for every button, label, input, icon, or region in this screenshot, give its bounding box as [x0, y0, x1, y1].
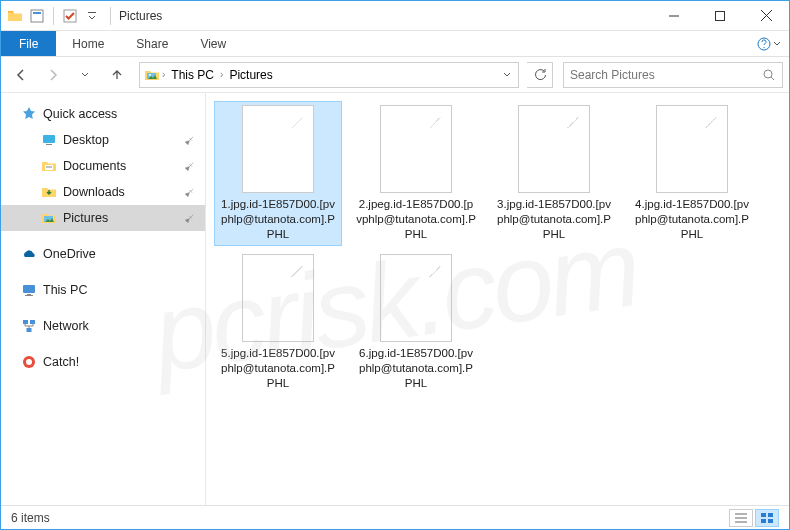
file-icon [380, 105, 452, 193]
file-item[interactable]: 5.jpg.id-1E857D00.[pvphlp@tutanota.com].… [214, 250, 342, 395]
up-button[interactable] [103, 61, 131, 89]
ribbon-help-icon[interactable] [749, 31, 789, 56]
file-icon [656, 105, 728, 193]
sidebar-this-pc[interactable]: This PC [1, 277, 205, 303]
svg-line-12 [771, 77, 774, 80]
sidebar-item-pictures[interactable]: Pictures [1, 205, 205, 231]
svg-rect-3 [88, 12, 96, 13]
tab-home[interactable]: Home [56, 31, 120, 56]
breadcrumb-root[interactable]: This PC [167, 68, 218, 82]
svg-rect-31 [761, 519, 766, 523]
refresh-button[interactable] [527, 62, 553, 88]
catch-icon [21, 354, 37, 370]
file-item[interactable]: 2.jpeg.id-1E857D00.[pvphlp@tutanota.com]… [352, 101, 480, 246]
pc-icon [21, 282, 37, 298]
svg-rect-1 [33, 12, 41, 14]
file-tab[interactable]: File [1, 31, 56, 56]
close-button[interactable] [743, 1, 789, 30]
pictures-icon [144, 67, 160, 83]
svg-rect-5 [716, 11, 725, 20]
sidebar-item-label: Network [43, 319, 89, 333]
titlebar: Pictures [1, 1, 789, 31]
svg-point-11 [764, 70, 772, 78]
sidebar-item-label: Downloads [63, 185, 125, 199]
file-name: 6.jpg.id-1E857D00.[pvphlp@tutanota.com].… [356, 346, 476, 391]
file-name: 4.jpg.id-1E857D00.[pvphlp@tutanota.com].… [632, 197, 752, 242]
sidebar-item-label: Quick access [43, 107, 117, 121]
folder-icon [5, 6, 25, 26]
file-item[interactable]: 3.jpg.id-1E857D00.[pvphlp@tutanota.com].… [490, 101, 618, 246]
maximize-button[interactable] [697, 1, 743, 30]
star-icon [21, 106, 37, 122]
file-item[interactable]: 6.jpg.id-1E857D00.[pvphlp@tutanota.com].… [352, 250, 480, 395]
search-icon[interactable] [762, 68, 776, 82]
sidebar-item-documents[interactable]: Documents [1, 153, 205, 179]
status-count: 6 items [11, 511, 50, 525]
tab-view[interactable]: View [184, 31, 242, 56]
search-placeholder: Search Pictures [570, 68, 655, 82]
sidebar-item-desktop[interactable]: Desktop [1, 127, 205, 153]
ribbon: File Home Share View [1, 31, 789, 57]
folder-icon [41, 158, 57, 174]
details-view-button[interactable] [729, 509, 753, 527]
file-name: 5.jpg.id-1E857D00.[pvphlp@tutanota.com].… [218, 346, 338, 391]
svg-rect-0 [31, 10, 43, 22]
sidebar-item-label: Documents [63, 159, 126, 173]
properties-icon[interactable] [27, 6, 47, 26]
checkbox-icon[interactable] [60, 6, 80, 26]
sidebar-network[interactable]: Network [1, 313, 205, 339]
pin-icon [183, 133, 197, 147]
sidebar-item-downloads[interactable]: Downloads [1, 179, 205, 205]
navigation-pane: Quick access DesktopDocumentsDownloadsPi… [1, 93, 206, 507]
search-input[interactable]: Search Pictures [563, 62, 783, 88]
sidebar-quick-access[interactable]: Quick access [1, 101, 205, 127]
file-item[interactable]: 1.jpg.id-1E857D00.[pvphlp@tutanota.com].… [214, 101, 342, 246]
sidebar-item-label: OneDrive [43, 247, 96, 261]
file-icon [242, 105, 314, 193]
svg-rect-20 [25, 295, 33, 296]
folder-icon [41, 210, 57, 226]
address-bar[interactable]: › This PC › Pictures [139, 62, 519, 88]
pin-icon [183, 211, 197, 225]
window-title: Pictures [115, 9, 162, 23]
address-dropdown-icon[interactable] [500, 70, 514, 80]
file-list[interactable]: 1.jpg.id-1E857D00.[pvphlp@tutanota.com].… [206, 93, 789, 507]
file-icon [242, 254, 314, 342]
sidebar-item-label: This PC [43, 283, 87, 297]
svg-rect-13 [43, 135, 55, 143]
sidebar-item-label: Desktop [63, 133, 109, 147]
forward-button[interactable] [39, 61, 67, 89]
tab-share[interactable]: Share [120, 31, 184, 56]
chevron-right-icon[interactable]: › [160, 69, 167, 80]
svg-rect-14 [46, 144, 52, 145]
file-name: 3.jpg.id-1E857D00.[pvphlp@tutanota.com].… [494, 197, 614, 242]
file-item[interactable]: 4.jpg.id-1E857D00.[pvphlp@tutanota.com].… [628, 101, 756, 246]
file-icon [518, 105, 590, 193]
recent-dropdown-icon[interactable] [71, 61, 99, 89]
pin-icon [183, 185, 197, 199]
sidebar-onedrive[interactable]: OneDrive [1, 241, 205, 267]
onedrive-icon [21, 246, 37, 262]
sidebar-item-label: Catch! [43, 355, 79, 369]
svg-rect-23 [27, 328, 32, 332]
file-name: 1.jpg.id-1E857D00.[pvphlp@tutanota.com].… [218, 197, 338, 242]
qat-dropdown-icon[interactable] [82, 6, 102, 26]
sidebar-item-label: Pictures [63, 211, 108, 225]
pin-icon [183, 159, 197, 173]
file-name: 2.jpeg.id-1E857D00.[pvphlp@tutanota.com]… [356, 197, 476, 242]
network-icon [21, 318, 37, 334]
svg-rect-22 [30, 320, 35, 324]
minimize-button[interactable] [651, 1, 697, 30]
icons-view-button[interactable] [755, 509, 779, 527]
svg-rect-21 [23, 320, 28, 324]
svg-rect-18 [23, 285, 35, 293]
sidebar-catch[interactable]: Catch! [1, 349, 205, 375]
back-button[interactable] [7, 61, 35, 89]
chevron-right-icon[interactable]: › [218, 69, 225, 80]
svg-rect-29 [761, 513, 766, 517]
svg-point-10 [149, 74, 151, 76]
svg-rect-19 [27, 294, 31, 295]
svg-point-25 [26, 359, 32, 365]
breadcrumb-current[interactable]: Pictures [225, 68, 276, 82]
file-icon [380, 254, 452, 342]
